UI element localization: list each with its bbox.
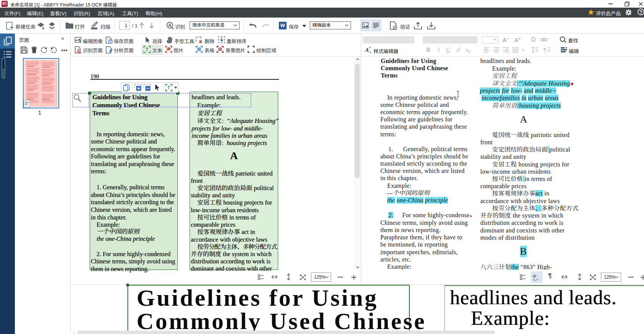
svg-text:A: A [168,23,171,27]
svg-text:T: T [146,47,149,52]
svg-text:A: A [365,47,369,53]
svg-text:¶: ¶ [543,47,546,53]
svg-text:A: A [78,50,80,52]
svg-text:T: T [167,85,171,90]
